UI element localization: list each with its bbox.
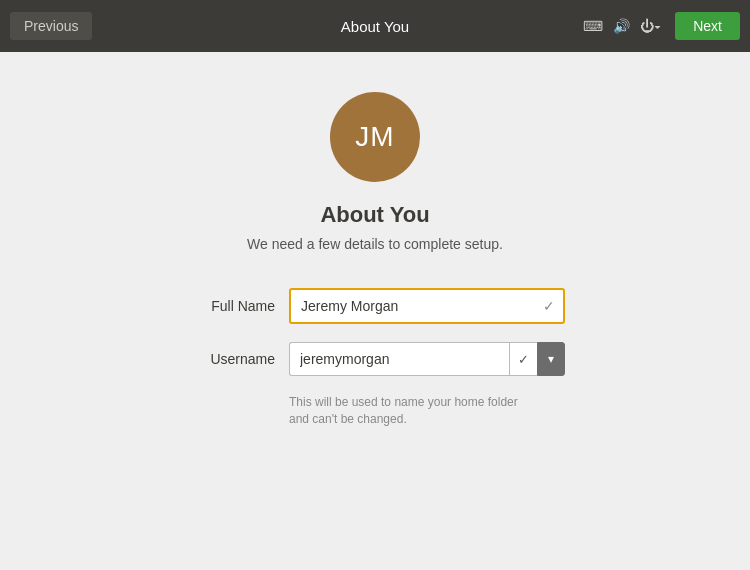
page-title: About You — [320, 202, 429, 228]
topbar: Previous About You ⌨ 🔊 ⏻▾ Next — [0, 0, 750, 52]
keyboard-icon: ⌨ — [583, 18, 603, 34]
topbar-left: Previous — [10, 12, 92, 40]
page-subtitle: We need a few details to complete setup. — [247, 236, 503, 252]
full-name-row: Full Name ✓ — [185, 288, 565, 324]
username-label: Username — [185, 351, 275, 367]
full-name-input[interactable] — [289, 288, 565, 324]
system-icons: ⌨ 🔊 ⏻▾ — [583, 18, 661, 34]
power-icon[interactable]: ⏻▾ — [640, 18, 661, 34]
topbar-right: ⌨ 🔊 ⏻▾ Next — [583, 12, 740, 40]
full-name-check-icon: ✓ — [543, 298, 555, 314]
form-area: Full Name ✓ Username ✓ ▾ This will be us… — [185, 288, 565, 428]
next-button[interactable]: Next — [675, 12, 740, 40]
username-dropdown-button[interactable]: ▾ — [537, 342, 565, 376]
speaker-icon: 🔊 — [613, 18, 630, 34]
username-hint: This will be used to name your home fold… — [289, 394, 529, 428]
username-input-wrapper: ✓ ▾ — [289, 342, 565, 376]
main-content: JM About You We need a few details to co… — [0, 52, 750, 570]
username-check-icon: ✓ — [509, 342, 537, 376]
username-row: Username ✓ ▾ — [185, 342, 565, 376]
topbar-title: About You — [341, 18, 409, 35]
username-input[interactable] — [289, 342, 509, 376]
full-name-input-wrapper: ✓ — [289, 288, 565, 324]
full-name-label: Full Name — [185, 298, 275, 314]
avatar: JM — [330, 92, 420, 182]
previous-button[interactable]: Previous — [10, 12, 92, 40]
